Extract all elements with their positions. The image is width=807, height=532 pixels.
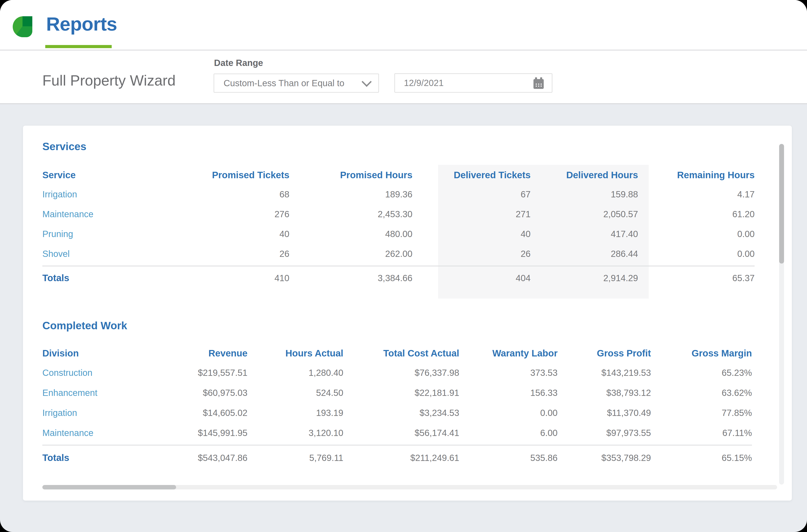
total-value: 3,384.66 <box>289 273 412 283</box>
table-row: Maintenance $145,991.95 3,120.10 $56,174… <box>42 423 752 443</box>
tab-reports[interactable]: Reports <box>46 13 117 35</box>
page-title: Reports <box>46 13 117 35</box>
table-row: Irrigation $14,605.02 193.19 $3,234.53 0… <box>42 403 752 423</box>
date-comparator-select[interactable]: Custom-Less Than or Equal to <box>214 74 379 93</box>
total-value: $211,249.61 <box>343 453 459 463</box>
table-row: Irrigation 68 189.36 67 159.88 4.17 <box>42 185 755 204</box>
table-row: Construction $219,557.51 1,280.40 $76,33… <box>42 363 752 383</box>
cell-value: 2,453.30 <box>289 209 412 219</box>
total-value: 410 <box>185 273 289 283</box>
service-link[interactable]: Irrigation <box>42 189 185 200</box>
column-header: Delivered Tickets <box>412 170 531 180</box>
table-row: Maintenance 276 2,453.30 271 2,050.57 61… <box>42 204 755 224</box>
cell-value: 61.20 <box>638 209 755 219</box>
cell-value: $145,991.95 <box>185 428 247 438</box>
table-row: Enhancement $60,975.03 524.50 $22,181.91… <box>42 383 752 403</box>
service-link[interactable]: Maintenance <box>42 209 185 219</box>
total-value: 535.86 <box>459 453 557 463</box>
cell-value: $14,605.02 <box>185 408 247 418</box>
calendar-icon[interactable] <box>533 77 544 89</box>
division-link[interactable]: Maintenance <box>42 428 185 438</box>
totals-label: Totals <box>42 453 185 463</box>
report-title: Full Property Wizard <box>42 72 176 89</box>
completed-work-heading: Completed Work <box>42 320 127 332</box>
services-heading: Services <box>42 140 87 153</box>
completed-work-table: Division Revenue Hours Actual Total Cost… <box>42 344 752 470</box>
services-header-row: Service Promised Tickets Promised Hours … <box>42 166 755 185</box>
cell-value: 480.00 <box>289 229 412 239</box>
page-body: Services Service Promised Tickets Promis… <box>0 104 807 532</box>
leaf-logo-segment <box>22 26 32 37</box>
total-value: 65.15% <box>651 453 752 463</box>
horizontal-scrollbar[interactable] <box>42 485 777 490</box>
active-tab-underline <box>45 45 112 48</box>
cell-value: 3,120.10 <box>247 428 343 438</box>
totals-label: Totals <box>42 273 185 283</box>
service-link[interactable]: Shovel <box>42 249 185 259</box>
cell-value: $3,234.53 <box>343 408 459 418</box>
vertical-scrollbar[interactable] <box>779 144 784 484</box>
cell-value: 0.00 <box>638 249 755 259</box>
column-header: Service <box>42 170 185 180</box>
date-range-label: Date Range <box>214 58 263 68</box>
column-header: Total Cost Actual <box>343 348 459 359</box>
cell-value: 26 <box>185 249 289 259</box>
column-header: Promised Hours <box>289 170 412 180</box>
report-card: Services Service Promised Tickets Promis… <box>23 126 792 500</box>
cell-value: $38,793.12 <box>557 388 651 398</box>
completed-work-header-row: Division Revenue Hours Actual Total Cost… <box>42 344 752 363</box>
cell-value: 68 <box>185 189 289 200</box>
cell-value: 417.40 <box>531 229 638 239</box>
cell-value: 286.44 <box>531 249 638 259</box>
app-window: Reports Full Property Wizard Date Range … <box>0 0 807 532</box>
division-link[interactable]: Irrigation <box>42 408 185 418</box>
cell-value: 524.50 <box>247 388 343 398</box>
totals-row: Totals 410 3,384.66 404 2,914.29 65.37 <box>42 266 755 290</box>
cell-value: $76,337.98 <box>343 368 459 378</box>
date-value: 12/9/2021 <box>404 78 533 88</box>
cell-value: 67 <box>412 189 531 200</box>
total-value: 2,914.29 <box>531 273 638 283</box>
cell-value: 6.00 <box>459 428 557 438</box>
cell-value: 276 <box>185 209 289 219</box>
division-link[interactable]: Enhancement <box>42 388 185 398</box>
table-row: Pruning 40 480.00 40 417.40 0.00 <box>42 224 755 244</box>
date-comparator-value: Custom-Less Than or Equal to <box>224 78 358 88</box>
cell-value: 40 <box>185 229 289 239</box>
cell-value: 0.00 <box>638 229 755 239</box>
top-bar: Reports <box>0 0 807 51</box>
leaf-logo-segment <box>22 16 32 26</box>
service-link[interactable]: Pruning <box>42 229 185 239</box>
column-header: Waranty Labor <box>459 348 557 359</box>
cell-value: $22,181.91 <box>343 388 459 398</box>
cell-value: 2,050.57 <box>531 209 638 219</box>
cell-value: $60,975.03 <box>185 388 247 398</box>
column-header: Gross Profit <box>557 348 651 359</box>
total-value: 65.37 <box>638 273 755 283</box>
cell-value: 77.85% <box>651 408 752 418</box>
cell-value: 189.36 <box>289 189 412 200</box>
services-table: Service Promised Tickets Promised Hours … <box>42 166 755 290</box>
column-header: Promised Tickets <box>185 170 289 180</box>
vertical-scrollbar-thumb[interactable] <box>779 144 784 264</box>
total-value: $543,047.86 <box>185 453 247 463</box>
cell-value: 0.00 <box>459 408 557 418</box>
horizontal-scrollbar-thumb[interactable] <box>42 485 176 490</box>
division-link[interactable]: Construction <box>42 368 185 378</box>
cell-value: $143,219.53 <box>557 368 651 378</box>
cell-value: 4.17 <box>638 189 755 200</box>
total-value: 5,769.11 <box>247 453 343 463</box>
date-input[interactable]: 12/9/2021 <box>395 73 552 93</box>
cell-value: 67.11% <box>651 428 752 438</box>
total-value: $353,798.29 <box>557 453 651 463</box>
cell-value: $11,370.49 <box>557 408 651 418</box>
cell-value: $56,174.41 <box>343 428 459 438</box>
leaf-logo-segment <box>13 26 22 37</box>
cell-value: 193.19 <box>247 408 343 418</box>
cell-value: 40 <box>412 229 531 239</box>
cell-value: $219,557.51 <box>185 368 247 378</box>
column-header: Delivered Hours <box>531 170 638 180</box>
cell-value: 271 <box>412 209 531 219</box>
cell-value: $97,973.55 <box>557 428 651 438</box>
cell-value: 26 <box>412 249 531 259</box>
